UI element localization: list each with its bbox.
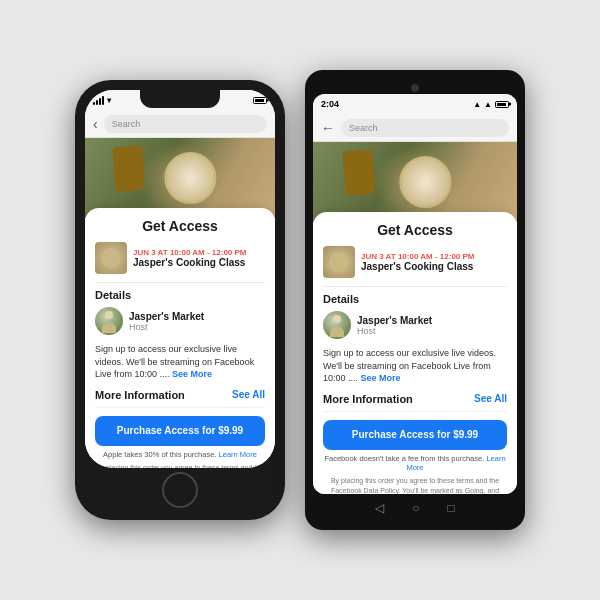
home-button[interactable] — [162, 472, 198, 508]
android-purchase-button[interactable]: Purchase Access for $9.99 — [323, 420, 507, 450]
android-modal-sheet: Get Access JUN 3 AT 10:00 AM - 12:00 PM … — [313, 212, 517, 494]
android-host-role: Host — [357, 326, 432, 336]
android-see-more-link[interactable]: See More — [361, 373, 401, 383]
android-event-thumbnail — [323, 246, 355, 278]
more-info-row: More Information See All — [95, 389, 265, 408]
iphone-device: ▾ 2:04 PM ‹ Search Get Access JUN 3 — [75, 80, 285, 520]
host-avatar — [95, 307, 123, 335]
android-screen: 2:04 ▲ ▲ ← Search Get Access JUN — [313, 94, 517, 494]
android-home-nav-icon[interactable]: ○ — [412, 501, 419, 515]
android-description-text: Sign up to access our exclusive live vid… — [323, 347, 507, 385]
battery-icon — [253, 97, 267, 104]
android-modal-title: Get Access — [323, 222, 507, 238]
wifi-icon: ▾ — [107, 96, 111, 105]
camera-icon — [411, 84, 419, 92]
android-fee-note: Facebook doesn't take a fee from this pu… — [323, 454, 507, 472]
event-row: JUN 3 AT 10:00 AM - 12:00 PM Jasper's Co… — [95, 242, 265, 274]
search-bar[interactable]: ‹ Search — [85, 110, 275, 138]
see-all-link[interactable]: See All — [232, 389, 265, 400]
android-food-image-inner — [313, 142, 517, 222]
android-host-avatar — [323, 311, 351, 339]
android-see-all-link[interactable]: See All — [474, 393, 507, 404]
search-input[interactable]: Search — [104, 115, 267, 133]
modal-title: Get Access — [95, 218, 265, 234]
host-name: Jasper's Market — [129, 311, 204, 322]
android-host-row: Jasper's Market Host — [323, 311, 507, 339]
battery-icon — [495, 101, 509, 108]
android-nav-bar: ◁ ○ □ — [313, 494, 517, 522]
event-info: JUN 3 AT 10:00 AM - 12:00 PM Jasper's Co… — [133, 248, 247, 268]
android-food-image — [313, 142, 517, 222]
android-status-icons: ▲ ▲ — [473, 100, 509, 109]
more-information-label: More Information — [95, 389, 185, 401]
host-role: Host — [129, 322, 204, 332]
android-host-name: Jasper's Market — [357, 315, 432, 326]
android-search-input[interactable]: Search — [341, 119, 509, 137]
wifi-icon: ▲ — [484, 100, 492, 109]
android-details-label: Details — [323, 293, 507, 305]
event-name: Jasper's Cooking Class — [133, 257, 247, 268]
learn-more-link[interactable]: Learn More — [219, 450, 257, 459]
see-more-link[interactable]: See More — [172, 369, 212, 379]
description-text: Sign up to access our exclusive live vid… — [95, 343, 265, 381]
modal-sheet: Get Access JUN 3 AT 10:00 AM - 12:00 PM … — [85, 208, 275, 468]
signal-icon: ▲ — [473, 100, 481, 109]
food-image — [85, 138, 275, 218]
android-status-time: 2:04 — [321, 99, 339, 109]
host-row: Jasper's Market Host — [95, 307, 265, 335]
signal-area: ▾ — [93, 96, 111, 105]
android-event-info: JUN 3 AT 10:00 AM - 12:00 PM Jasper's Co… — [361, 252, 475, 272]
signal-icon — [93, 96, 104, 105]
iphone-screen: ▾ 2:04 PM ‹ Search Get Access JUN 3 — [85, 90, 275, 468]
back-arrow-icon[interactable]: ‹ — [93, 116, 98, 132]
android-event-row: JUN 3 AT 10:00 AM - 12:00 PM Jasper's Co… — [323, 246, 507, 278]
host-info: Jasper's Market Host — [129, 311, 204, 332]
android-event-name: Jasper's Cooking Class — [361, 261, 475, 272]
android-host-info: Jasper's Market Host — [357, 315, 432, 336]
android-device: 2:04 ▲ ▲ ← Search Get Access JUN — [305, 70, 525, 530]
event-date: JUN 3 AT 10:00 AM - 12:00 PM — [133, 248, 247, 257]
android-back-icon[interactable]: ← — [321, 120, 335, 136]
android-terms-text: By placing this order you agree to these… — [323, 476, 507, 494]
android-back-nav-icon[interactable]: ◁ — [375, 501, 384, 515]
android-search-bar[interactable]: ← Search — [313, 114, 517, 142]
fee-note: Apple takes 30% of this purchase. Learn … — [95, 450, 265, 459]
android-status-bar: 2:04 ▲ ▲ — [313, 94, 517, 114]
android-more-info-row: More Information See All — [323, 393, 507, 412]
android-event-date: JUN 3 AT 10:00 AM - 12:00 PM — [361, 252, 475, 261]
divider-1 — [95, 282, 265, 283]
android-recent-nav-icon[interactable]: □ — [448, 501, 455, 515]
details-label: Details — [95, 289, 265, 301]
android-search-placeholder: Search — [349, 123, 378, 133]
android-divider-1 — [323, 286, 507, 287]
terms-text: By placing this order you agree to these… — [95, 463, 265, 468]
battery-area — [253, 97, 267, 104]
event-thumbnail — [95, 242, 127, 274]
purchase-button[interactable]: Purchase Access for $9.99 — [95, 416, 265, 446]
android-more-information-label: More Information — [323, 393, 413, 405]
iphone-notch — [140, 90, 220, 108]
food-image-inner — [85, 138, 275, 218]
search-placeholder: Search — [112, 119, 141, 129]
